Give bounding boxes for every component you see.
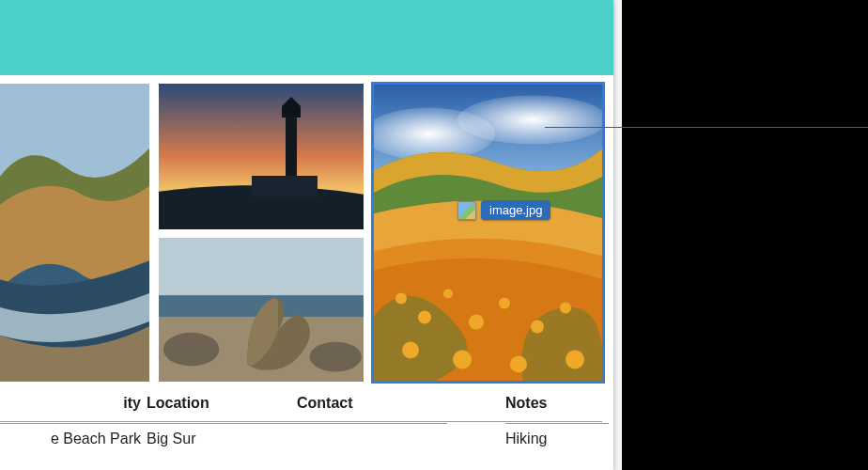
svg-point-15 — [457, 96, 603, 145]
lighthouse-sunset-photo[interactable] — [159, 84, 364, 229]
svg-point-21 — [531, 321, 544, 334]
image-file-icon — [457, 201, 476, 220]
page-banner: RNIA — [0, 0, 613, 75]
svg-point-26 — [566, 351, 584, 369]
svg-point-17 — [418, 311, 431, 324]
svg-rect-7 — [252, 176, 318, 196]
svg-point-12 — [310, 342, 362, 372]
svg-point-24 — [453, 351, 472, 369]
svg-point-22 — [560, 303, 571, 314]
screenshot-stage: RNIA — [0, 0, 868, 470]
sea-lions-photo[interactable] — [159, 238, 364, 382]
table-cell-activity[interactable]: e Beach Park — [0, 431, 147, 447]
table-header-contact[interactable]: Contact — [297, 395, 447, 424]
drag-file-name: image.jpg — [481, 200, 550, 220]
photo-gallery: image.jpg — [0, 84, 613, 382]
document-viewport: RNIA — [0, 0, 622, 470]
table-header-activity[interactable]: ity — [0, 395, 147, 424]
svg-point-16 — [395, 293, 407, 305]
svg-rect-8 — [159, 238, 364, 303]
coastal-cliffs-photo[interactable] — [0, 84, 149, 382]
table-header-location[interactable]: Location — [147, 395, 297, 424]
callout-leader-line — [545, 127, 868, 128]
svg-point-23 — [402, 342, 419, 359]
drag-file-badge: image.jpg — [457, 200, 550, 220]
document-page[interactable]: RNIA — [0, 0, 613, 470]
svg-point-19 — [469, 315, 484, 330]
table-cell-notes[interactable]: Hiking — [505, 431, 609, 447]
svg-point-25 — [510, 356, 527, 373]
svg-point-11 — [163, 333, 219, 367]
svg-rect-5 — [282, 106, 301, 118]
svg-point-20 — [499, 298, 510, 309]
svg-point-18 — [443, 290, 453, 299]
table-header-notes[interactable]: Notes — [505, 395, 609, 424]
table-cell-location[interactable]: Big Sur — [147, 431, 297, 447]
poppy-field-photo[interactable] — [373, 84, 603, 382]
